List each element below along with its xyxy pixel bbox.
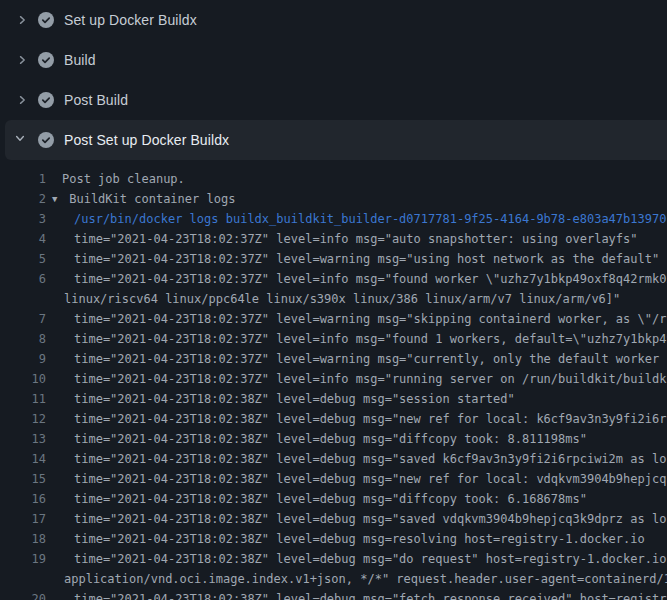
log-line: 13 time="2021-04-23T18:02:38Z" level=deb… [0, 429, 667, 449]
log-line-text: application/vnd.oci.image.index.v1+json,… [46, 569, 667, 589]
log-line-number[interactable]: 4 [0, 229, 46, 249]
log-line-text: time="2021-04-23T18:02:37Z" level=info m… [46, 269, 667, 289]
chevron-right-icon [14, 12, 30, 28]
log-line: 2 ▼ BuildKit container logs [0, 189, 667, 209]
log-line: 18 time="2021-04-23T18:02:38Z" level=deb… [0, 529, 667, 549]
log-line: 1 Post job cleanup. [0, 169, 667, 189]
log-line-number[interactable]: 12 [0, 409, 46, 429]
log-line-number[interactable]: 7 [0, 309, 46, 329]
log-line: 19 time="2021-04-23T18:02:38Z" level=deb… [0, 549, 667, 569]
log-line-text: time="2021-04-23T18:02:38Z" level=debug … [46, 409, 667, 429]
log-line: 6 time="2021-04-23T18:02:37Z" level=info… [0, 269, 667, 289]
log-line-number[interactable]: 5 [0, 249, 46, 269]
log-group-header[interactable]: ▼ BuildKit container logs [46, 189, 667, 209]
log-line: application/vnd.oci.image.index.v1+json,… [0, 569, 667, 589]
log-line: 12 time="2021-04-23T18:02:38Z" level=deb… [0, 409, 667, 429]
log-line-number[interactable]: 8 [0, 329, 46, 349]
log-line-number[interactable]: 9 [0, 349, 46, 369]
log-console: 1 Post job cleanup. 2 ▼ BuildKit contain… [0, 160, 667, 600]
log-line-number[interactable] [0, 289, 46, 309]
check-circle-icon [38, 12, 54, 28]
log-line-text: time="2021-04-23T18:02:37Z" level=warnin… [46, 249, 667, 269]
log-line-number[interactable]: 13 [0, 429, 46, 449]
log-line: 7 time="2021-04-23T18:02:37Z" level=warn… [0, 309, 667, 329]
log-line-text: time="2021-04-23T18:02:38Z" level=debug … [46, 469, 667, 489]
log-line-text: time="2021-04-23T18:02:38Z" level=debug … [46, 549, 667, 569]
log-line-number[interactable]: 11 [0, 389, 46, 409]
log-line-text: time="2021-04-23T18:02:38Z" level=debug … [46, 509, 667, 529]
check-circle-icon [38, 52, 54, 68]
chevron-right-icon [14, 92, 30, 108]
log-line: linux/riscv64 linux/ppc64le linux/s390x … [0, 289, 667, 309]
log-line-number[interactable]: 3 [0, 209, 46, 229]
log-line-number[interactable]: 14 [0, 449, 46, 469]
log-line-number[interactable]: 6 [0, 269, 46, 289]
chevron-down-icon [14, 132, 30, 148]
log-line: 11 time="2021-04-23T18:02:38Z" level=deb… [0, 389, 667, 409]
log-line: 10 time="2021-04-23T18:02:37Z" level=inf… [0, 369, 667, 389]
log-line-number[interactable] [0, 569, 46, 589]
log-line-number[interactable]: 18 [0, 529, 46, 549]
steps-list: Set up Docker Buildx Build [0, 0, 667, 160]
log-line-text: linux/riscv64 linux/ppc64le linux/s390x … [46, 289, 667, 309]
log-line-number[interactable]: 15 [0, 469, 46, 489]
step-row-post-set-up-docker-buildx[interactable]: Post Set up Docker Buildx [5, 120, 667, 160]
log-line-text: time="2021-04-23T18:02:38Z" level=debug … [46, 489, 667, 509]
log-line-number[interactable]: 10 [0, 369, 46, 389]
log-line: 14 time="2021-04-23T18:02:38Z" level=deb… [0, 449, 667, 469]
log-command-link[interactable]: /usr/bin/docker logs buildx_buildkit_bui… [46, 209, 667, 229]
step-row-set-up-docker-buildx[interactable]: Set up Docker Buildx [0, 0, 667, 40]
log-line: 17 time="2021-04-23T18:02:38Z" level=deb… [0, 509, 667, 529]
step-row-post-build[interactable]: Post Build [0, 80, 667, 120]
chevron-right-icon [14, 52, 30, 68]
log-line-text: time="2021-04-23T18:02:37Z" level=warnin… [46, 309, 667, 329]
log-line-number[interactable]: 1 [0, 169, 46, 189]
step-label: Set up Docker Buildx [64, 12, 197, 28]
log-line-number[interactable]: 20 [0, 589, 46, 600]
log-line: 20 time="2021-04-23T18:02:38Z" level=deb… [0, 589, 667, 600]
log-line-number[interactable]: 16 [0, 489, 46, 509]
log-line-text: time="2021-04-23T18:02:37Z" level=info m… [46, 369, 667, 389]
log-line-text: time="2021-04-23T18:02:37Z" level=info m… [46, 329, 667, 349]
log-line-number[interactable]: 19 [0, 549, 46, 569]
step-label: Build [64, 52, 96, 68]
log-line-text: time="2021-04-23T18:02:38Z" level=debug … [46, 589, 667, 600]
log-line: 3 /usr/bin/docker logs buildx_buildkit_b… [0, 209, 667, 229]
log-line-number[interactable]: 17 [0, 509, 46, 529]
log-line-text: time="2021-04-23T18:02:38Z" level=debug … [46, 389, 667, 409]
log-line-number[interactable]: 2 [0, 189, 46, 209]
check-circle-icon [38, 92, 54, 108]
group-collapse-triangle-icon[interactable]: ▼ [52, 189, 62, 209]
step-label: Post Build [64, 92, 128, 108]
check-circle-icon [38, 132, 54, 148]
log-line: 9 time="2021-04-23T18:02:37Z" level=warn… [0, 349, 667, 369]
log-line: 4 time="2021-04-23T18:02:37Z" level=info… [0, 229, 667, 249]
step-label: Post Set up Docker Buildx [64, 132, 229, 148]
log-line: 16 time="2021-04-23T18:02:38Z" level=deb… [0, 489, 667, 509]
log-line-text: time="2021-04-23T18:02:38Z" level=debug … [46, 449, 667, 469]
log-line: 15 time="2021-04-23T18:02:38Z" level=deb… [0, 469, 667, 489]
log-line-text: time="2021-04-23T18:02:37Z" level=info m… [46, 229, 667, 249]
step-row-build[interactable]: Build [0, 40, 667, 80]
log-line: 5 time="2021-04-23T18:02:37Z" level=warn… [0, 249, 667, 269]
log-line: 8 time="2021-04-23T18:02:37Z" level=info… [0, 329, 667, 349]
log-line-text: time="2021-04-23T18:02:37Z" level=warnin… [46, 349, 667, 369]
log-line-text: Post job cleanup. [46, 169, 667, 189]
log-line-text: time="2021-04-23T18:02:38Z" level=debug … [46, 429, 667, 449]
log-line-text: time="2021-04-23T18:02:38Z" level=debug … [46, 529, 667, 549]
